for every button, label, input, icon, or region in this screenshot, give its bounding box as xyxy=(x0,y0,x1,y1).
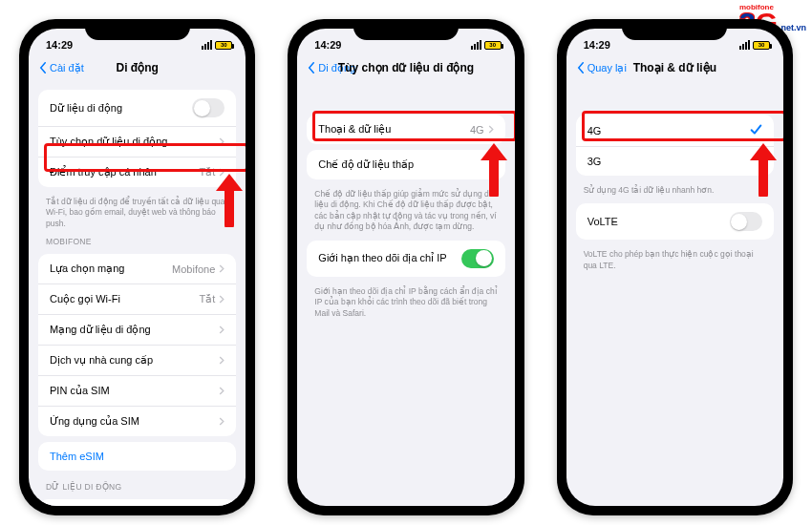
status-time: 14:29 xyxy=(584,39,610,51)
signal-icon xyxy=(471,40,481,50)
back-button[interactable]: Cài đặt xyxy=(38,62,84,74)
chevron-right-icon xyxy=(219,294,224,305)
phone-frame-1: 14:29 30 Cài đặt Di động Dữ liệu di động… xyxy=(19,19,255,515)
cell-option-4g[interactable]: 4G xyxy=(576,115,774,147)
notch xyxy=(85,19,190,40)
cell-hotspot[interactable]: Điểm truy cập cá nhân Tắt xyxy=(38,158,236,187)
cell-carrier[interactable]: Lựa chọn mạng Mobifone xyxy=(38,254,236,284)
chevron-right-icon xyxy=(219,263,224,275)
cell-volte[interactable]: VoLTE xyxy=(576,203,774,240)
signal-icon xyxy=(739,40,750,50)
chevron-right-icon xyxy=(219,386,224,397)
toggle-off[interactable] xyxy=(730,212,762,231)
cell-add-esim[interactable]: Thêm eSIM xyxy=(38,442,236,471)
footer-text: Chế độ dữ liệu thấp giúp giảm mức sử dụn… xyxy=(297,185,514,235)
footer-text: Tắt dữ liệu di động để truyền tất cả dữ … xyxy=(29,193,246,231)
battery-icon: 30 xyxy=(215,41,232,50)
checkmark-icon xyxy=(750,123,762,137)
cell-cellular-options[interactable]: Tùy chọn dữ liệu di động xyxy=(38,127,236,158)
chevron-right-icon xyxy=(219,167,224,178)
chevron-right-icon xyxy=(219,136,224,148)
cell-low-data-mode[interactable]: Chế độ dữ liệu thấp xyxy=(307,150,504,179)
battery-icon: 30 xyxy=(484,41,502,50)
nav-header: Quay lại Thoại & dữ liệu xyxy=(566,55,783,84)
back-button[interactable]: Di động xyxy=(307,62,355,74)
signal-icon xyxy=(202,40,212,50)
chevron-right-icon xyxy=(488,124,494,136)
nav-header: Di động Tùy chọn dữ liệu di động xyxy=(297,55,514,84)
back-label: Di động xyxy=(318,62,355,74)
status-time: 14:29 xyxy=(314,39,341,51)
footer-text: VoLTE cho phép bạn thực hiện cuộc gọi th… xyxy=(566,245,783,273)
chevron-left-icon xyxy=(38,62,48,74)
cell-cellular-data[interactable]: Dữ liệu di động xyxy=(38,90,236,127)
cell-data-network[interactable]: Mạng dữ liệu di động xyxy=(38,315,236,346)
footer-text: Giới hạn theo dõi địa chỉ IP bằng cách ẩ… xyxy=(297,283,514,321)
phone-frame-3: 14:29 30 Quay lại Thoại & dữ liệu 4G 3G xyxy=(557,19,793,515)
chevron-right-icon xyxy=(219,416,224,428)
status-time: 14:29 xyxy=(46,39,73,51)
section-header: MOBIFONE xyxy=(29,231,246,248)
notch xyxy=(622,19,727,40)
battery-icon: 30 xyxy=(753,41,770,50)
cell-current-period: Thời gian hiện tại 319 GB xyxy=(38,499,236,506)
cell-voice-data[interactable]: Thoại & dữ liệu 4G xyxy=(307,115,504,144)
chevron-left-icon xyxy=(307,62,316,74)
cell-limit-ip-tracking[interactable]: Giới hạn theo dõi địa chỉ IP xyxy=(307,241,504,277)
toggle-on[interactable] xyxy=(461,249,494,268)
cell-sim-pin[interactable]: PIN của SIM xyxy=(38,376,236,407)
phone-frame-2: 14:29 30 Di động Tùy chọn dữ liệu di độn… xyxy=(288,19,524,515)
chevron-right-icon xyxy=(219,355,224,367)
cell-carrier-services[interactable]: Dịch vụ nhà cung cấp xyxy=(38,346,236,376)
cell-option-3g[interactable]: 3G xyxy=(576,147,774,176)
cell-wifi-calling[interactable]: Cuộc gọi Wi-Fi Tắt xyxy=(38,284,236,315)
back-label: Quay lại xyxy=(588,62,627,74)
chevron-left-icon xyxy=(576,62,586,74)
back-button[interactable]: Quay lại xyxy=(576,62,627,74)
notch xyxy=(353,19,459,40)
toggle-off[interactable] xyxy=(192,98,224,117)
nav-header: Cài đặt Di động xyxy=(29,55,246,84)
section-header: DỮ LIỆU DI ĐỘNG xyxy=(29,476,246,494)
back-label: Cài đặt xyxy=(50,62,84,74)
chevron-right-icon xyxy=(219,325,224,336)
cell-sim-apps[interactable]: Ứng dụng của SIM xyxy=(38,407,236,436)
footer-text: Sử dụng 4G tải dữ liệu nhanh hơn. xyxy=(566,181,783,198)
